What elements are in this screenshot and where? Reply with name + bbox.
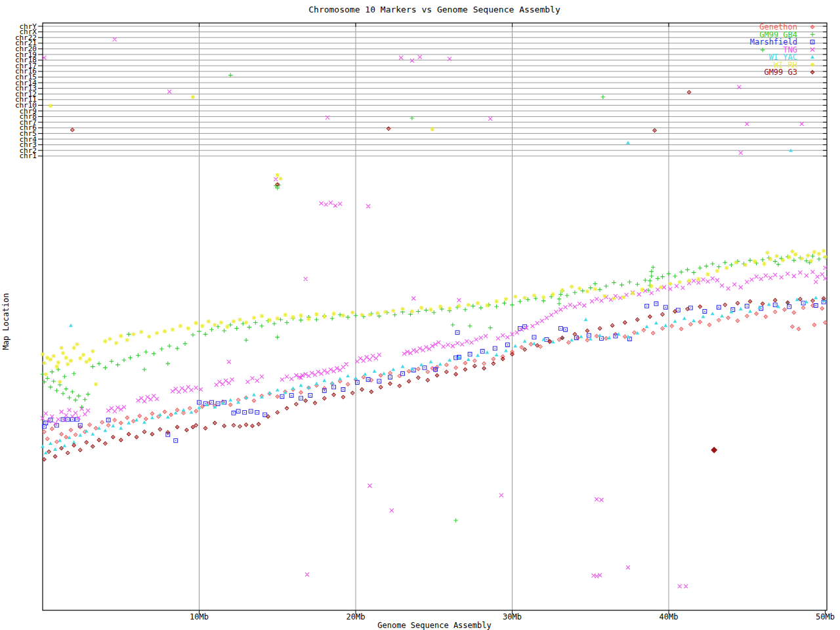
legend-marker-fill-genethon bbox=[812, 26, 812, 27]
x-tick-label-50mb: 50Mb bbox=[816, 612, 835, 621]
legend-label-gm99-g3: GM99 G3 bbox=[764, 68, 797, 77]
chart-title: Chromosome 10 Markers vs Genome Sequence… bbox=[308, 5, 560, 14]
scatter-plot-canvas: chrYchrXchr22chr21chr20chr19chr18chr17ch… bbox=[0, 0, 840, 630]
legend-marker-fill-wi_yac bbox=[810, 55, 814, 58]
legend-marker-fill-gm99_g3 bbox=[812, 72, 812, 72]
legend-marker-fill-marshfield bbox=[812, 41, 812, 42]
chromosome-marker-plot-page: chrYchrXchr22chr21chr20chr19chr18chr17ch… bbox=[0, 0, 840, 630]
x-tick-labels: 10Mb 20Mb 30Mb 40Mb 50Mb bbox=[190, 612, 835, 621]
chr-row-label: chr1 bbox=[20, 152, 37, 160]
y-axis-title: Map Location bbox=[1, 293, 10, 350]
legend-marker-wi_rh bbox=[810, 62, 815, 67]
series-points-marshfield bbox=[42, 300, 826, 442]
legend-marker-gm99_gb4 bbox=[810, 32, 815, 37]
x-tick-label-30mb: 30Mb bbox=[503, 612, 522, 621]
series-points-fill-wi_yac bbox=[41, 141, 826, 455]
plot-generated-layer: chrYchrXchr22chr21chr20chr19chr18chr17ch… bbox=[15, 22, 828, 615]
x-tick-label-10mb: 10Mb bbox=[190, 612, 209, 621]
x-axis-title: Genome Sequence Assembly bbox=[377, 621, 491, 630]
series-points-gm99_gb4 bbox=[41, 48, 828, 522]
x-tick-label-20mb: 20Mb bbox=[346, 612, 366, 621]
legend: Genethon GM99 GB4 Marshfield TNG WI YAC … bbox=[750, 22, 797, 77]
series-points-fill-gm99_g3 bbox=[44, 92, 824, 460]
legend-marker-tng bbox=[810, 48, 814, 52]
x-tick-label-40mb: 40Mb bbox=[660, 612, 679, 621]
